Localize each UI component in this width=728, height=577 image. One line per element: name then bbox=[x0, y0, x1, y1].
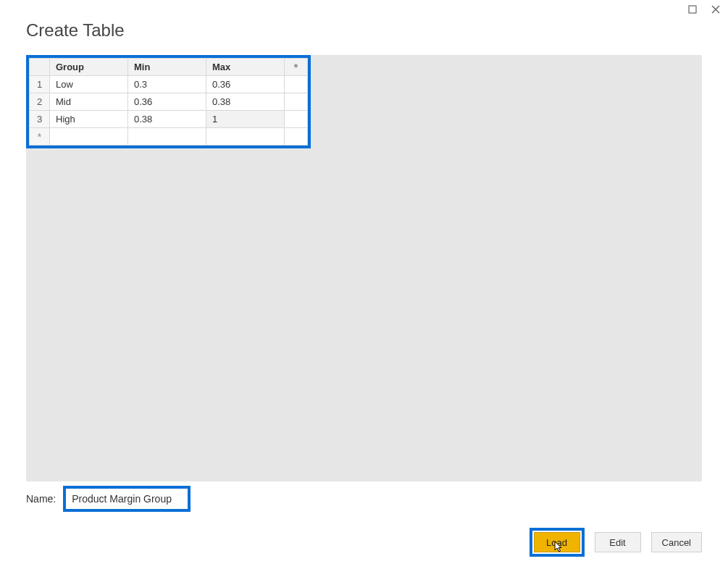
maximize-icon[interactable] bbox=[687, 4, 698, 14]
cell-max[interactable]: 0.38 bbox=[206, 93, 285, 111]
cell-min[interactable]: 0.38 bbox=[128, 111, 206, 128]
cell-extra[interactable] bbox=[285, 111, 308, 128]
svg-rect-0 bbox=[689, 6, 696, 13]
cell-extra[interactable] bbox=[285, 76, 308, 93]
load-button[interactable]: Load bbox=[534, 532, 580, 552]
cell-min[interactable] bbox=[128, 128, 206, 146]
cell-max[interactable]: 0.36 bbox=[206, 76, 285, 93]
row-number: 2 bbox=[30, 93, 50, 111]
table-row[interactable]: 3 High 0.38 1 bbox=[30, 111, 308, 128]
cell-extra[interactable] bbox=[285, 93, 308, 111]
page-title: Create Table bbox=[26, 20, 125, 41]
name-label: Name: bbox=[26, 493, 56, 505]
header-row: Group Min Max * bbox=[30, 59, 308, 76]
cancel-button[interactable]: Cancel bbox=[651, 532, 702, 552]
close-icon[interactable] bbox=[711, 4, 721, 14]
table-row[interactable]: 1 Low 0.3 0.36 bbox=[30, 76, 308, 93]
name-highlight-box bbox=[63, 486, 191, 512]
load-highlight-box: Load bbox=[530, 528, 585, 557]
column-header-group[interactable]: Group bbox=[50, 59, 128, 76]
cell-group[interactable]: Mid bbox=[50, 93, 128, 111]
name-input[interactable] bbox=[67, 490, 186, 507]
row-number: 1 bbox=[30, 76, 50, 93]
cell-group[interactable]: Low bbox=[50, 76, 128, 93]
column-header-min[interactable]: Min bbox=[128, 59, 206, 76]
table-highlight-box: Group Min Max * 1 Low 0.3 0.36 2 Mid 0.3… bbox=[26, 55, 311, 148]
edit-button[interactable]: Edit bbox=[595, 532, 641, 552]
cell-min[interactable]: 0.36 bbox=[128, 93, 206, 111]
table-row[interactable]: 2 Mid 0.36 0.38 bbox=[30, 93, 308, 111]
cell-max[interactable]: 1 bbox=[206, 111, 285, 128]
row-number: 3 bbox=[30, 111, 50, 128]
cell-group[interactable] bbox=[50, 128, 128, 146]
load-button-label: Load bbox=[546, 537, 567, 548]
column-header-max[interactable]: Max bbox=[206, 59, 285, 76]
cell-max[interactable] bbox=[206, 128, 285, 146]
cell-extra[interactable] bbox=[285, 128, 308, 146]
new-row[interactable]: * bbox=[30, 128, 308, 146]
cell-min[interactable]: 0.3 bbox=[128, 76, 206, 93]
column-header-add[interactable]: * bbox=[285, 59, 308, 76]
cell-group[interactable]: High bbox=[50, 111, 128, 128]
row-number-header bbox=[30, 59, 50, 76]
data-grid[interactable]: Group Min Max * 1 Low 0.3 0.36 2 Mid 0.3… bbox=[29, 58, 308, 146]
new-row-glyph: * bbox=[30, 128, 50, 146]
